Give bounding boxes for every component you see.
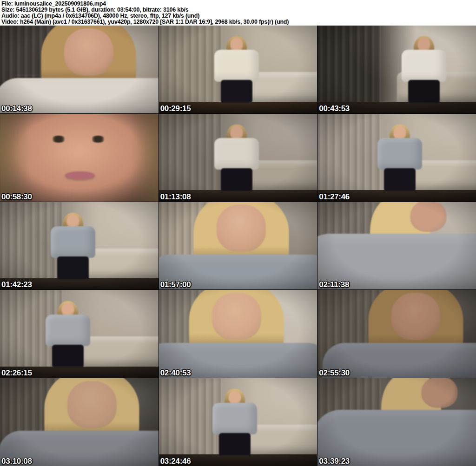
video-thumbnail: 02:55:30 <box>317 290 476 378</box>
vignette-overlay <box>159 290 317 378</box>
timestamp-overlay: 03:24:46 <box>160 457 191 465</box>
vignette-overlay <box>0 26 159 113</box>
timestamp-overlay: 02:11:38 <box>319 281 349 289</box>
timestamp-overlay: 01:42:23 <box>1 281 32 289</box>
timestamp-overlay: 00:43:53 <box>319 105 350 112</box>
video-thumbnail: 01:13:08 <box>159 114 317 202</box>
video-info-line: Video: h264 (Main) (avc1 / 0x31637661), … <box>1 19 475 25</box>
video-thumbnail: 02:11:38 <box>317 202 476 290</box>
vignette-overlay <box>317 202 476 290</box>
video-thumbnail: 00:58:30 <box>0 114 159 202</box>
video-thumbnail: 02:40:53 <box>159 290 317 378</box>
video-thumbnail: 02:26:15 <box>0 290 159 378</box>
vignette-overlay <box>0 114 159 202</box>
timestamp-overlay: 01:57:00 <box>160 281 191 289</box>
vignette-overlay <box>0 290 159 378</box>
video-thumbnail: 01:42:23 <box>0 202 159 290</box>
video-thumbnail: 03:39:23 <box>317 378 476 466</box>
vignette-overlay <box>317 114 476 202</box>
timestamp-overlay: 02:40:53 <box>160 369 191 377</box>
vignette-overlay <box>159 202 317 290</box>
metadata-header: File: luminousalice_202509091806.mp4 Siz… <box>0 0 476 26</box>
timestamp-overlay: 00:58:30 <box>1 193 32 201</box>
video-thumbnail: 03:10:08 <box>0 378 159 466</box>
vignette-overlay <box>317 378 476 466</box>
vignette-overlay <box>159 114 317 202</box>
timestamp-overlay: 03:39:23 <box>319 457 350 465</box>
timestamp-overlay: 03:10:08 <box>1 457 32 465</box>
vignette-overlay <box>159 378 317 466</box>
vignette-overlay <box>0 202 159 290</box>
timestamp-overlay: 00:29:15 <box>160 105 191 112</box>
video-thumbnail: 03:24:46 <box>159 378 317 466</box>
timestamp-overlay: 01:13:08 <box>160 193 191 201</box>
vignette-overlay <box>317 290 476 378</box>
video-thumbnail: 00:14:38 <box>0 26 159 113</box>
video-thumbnail: 00:29:15 <box>159 26 317 113</box>
vignette-overlay <box>0 378 159 466</box>
timestamp-overlay: 01:27:46 <box>319 193 350 201</box>
vignette-overlay <box>317 26 476 113</box>
vignette-overlay <box>159 26 317 113</box>
video-thumbnail: 00:43:53 <box>317 26 476 113</box>
video-thumbnail: 01:27:46 <box>317 114 476 202</box>
thumbnail-grid: 00:14:38 00:29:15 <box>0 26 476 466</box>
video-thumbnail: 01:57:00 <box>159 202 317 290</box>
timestamp-overlay: 00:14:38 <box>1 105 32 112</box>
timestamp-overlay: 02:26:15 <box>1 369 32 377</box>
timestamp-overlay: 02:55:30 <box>319 369 350 377</box>
